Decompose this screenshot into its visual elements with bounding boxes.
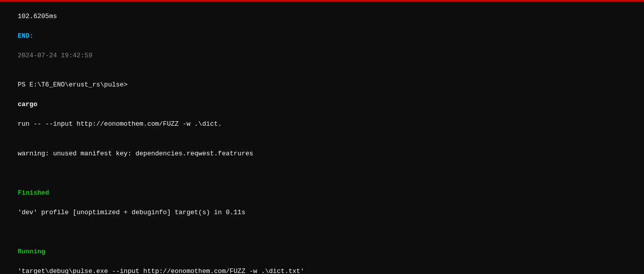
running-label: Running: [18, 248, 45, 255]
cmd-args: run -- --input http://eonomothem.com/FUZ…: [18, 120, 222, 128]
command-line: PS E:\T6_ENO\erust_rs\pulse> cargo run -…: [0, 70, 644, 139]
terminal-window: 102.6205ms END: 2024-07-24 19:42:59 PS E…: [0, 0, 644, 274]
running-text: 'target\debug\pulse.exe --input http://e…: [18, 267, 304, 275]
finished-text: 'dev' profile [unoptimized + debuginfo] …: [18, 209, 245, 216]
elapsed-time: 102.6205ms: [18, 13, 57, 20]
finished-line: Finished 'dev' profile [unoptimized + de…: [0, 168, 644, 227]
warning-line: warning: unused manifest key: dependenci…: [0, 139, 644, 168]
end-label: END:: [18, 32, 33, 40]
running-line: Running 'target\debug\pulse.exe --input …: [0, 227, 644, 275]
end-timestamp: 2024-07-24 19:42:59: [18, 52, 92, 59]
ps-prompt: PS E:\T6_ENO\erust_rs\pulse>: [18, 81, 127, 88]
warning-text: warning: unused manifest key: dependenci…: [18, 150, 253, 157]
timing-line: 102.6205ms END: 2024-07-24 19:42:59: [0, 2, 644, 70]
cargo-cmd: cargo: [18, 101, 37, 108]
finished-label: Finished: [18, 189, 49, 197]
